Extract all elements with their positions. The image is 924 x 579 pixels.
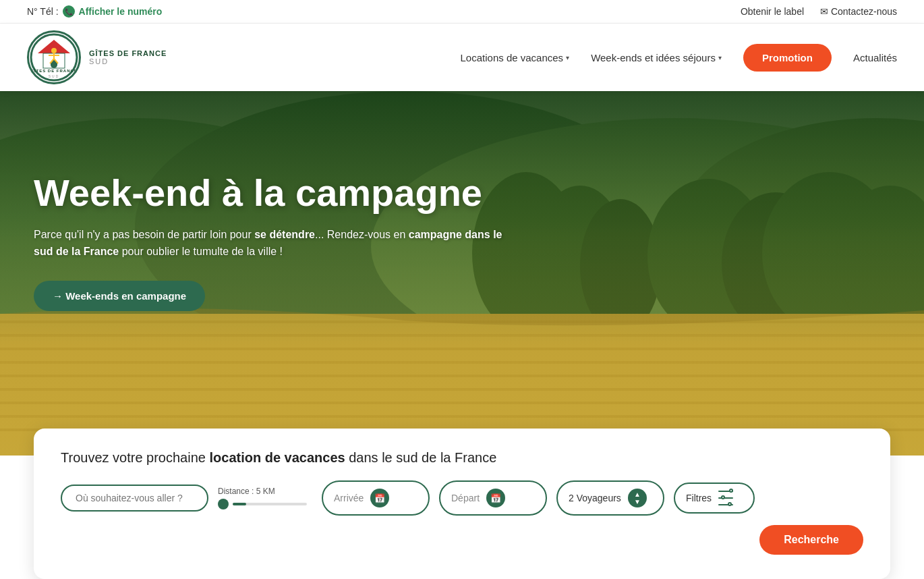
voyageurs-label: 2 Voyageurs bbox=[569, 493, 621, 503]
topbar: N° Tél : 📞 Afficher le numéro Obtenir le… bbox=[0, 0, 924, 24]
search-bar: Trouvez votre prochaine location de vaca… bbox=[34, 429, 890, 579]
depart-label: Départ bbox=[451, 493, 480, 503]
arrivee-label: Arrivée bbox=[334, 493, 364, 503]
logo-svg: GÎTES DE FRANCE SUD bbox=[30, 33, 78, 82]
depart-field[interactable]: Départ 📅 bbox=[439, 480, 547, 516]
phone-link[interactable]: Afficher le numéro bbox=[79, 6, 163, 17]
voyageurs-stepper[interactable]: ▲ ▼ bbox=[628, 489, 647, 507]
mail-icon: ✉ bbox=[820, 6, 831, 17]
slider-handle[interactable] bbox=[218, 499, 229, 509]
calendar-icon-depart: 📅 bbox=[486, 489, 505, 507]
search-button[interactable]: Recherche bbox=[759, 525, 863, 555]
distance-slider[interactable] bbox=[218, 499, 307, 509]
topbar-right: Obtenir le label ✉ Contactez-nous bbox=[741, 6, 897, 17]
nav-actualites[interactable]: Actualités bbox=[853, 52, 897, 63]
nav-locations[interactable]: Locations de vacances ▾ bbox=[461, 52, 570, 63]
hero-content: Week-end à la campagne Parce qu'il n'y a… bbox=[34, 172, 506, 311]
distance-label: Distance : 5 KM bbox=[218, 487, 275, 496]
hero-cta-button[interactable]: → Week-ends en campagne bbox=[34, 281, 205, 311]
nav-weekends[interactable]: Week-ends et idées séjours ▾ bbox=[591, 52, 722, 63]
svg-point-4 bbox=[51, 48, 57, 53]
hero-section: Week-end à la campagne Parce qu'il n'y a… bbox=[0, 91, 924, 456]
header: GÎTES DE FRANCE SUD GÎTES DE FRANCE SUD … bbox=[0, 24, 924, 91]
chevron-down-icon: ▾ bbox=[566, 54, 569, 61]
phone-icon: 📞 bbox=[63, 5, 75, 18]
voyageurs-field[interactable]: 2 Voyageurs ▲ ▼ bbox=[556, 480, 664, 516]
svg-text:SUD: SUD bbox=[49, 74, 60, 78]
main-nav: Locations de vacances ▾ Week-ends et idé… bbox=[461, 44, 897, 72]
slider-fill bbox=[233, 503, 246, 505]
arrivee-field[interactable]: Arrivée 📅 bbox=[322, 480, 430, 516]
promotion-button[interactable]: Promotion bbox=[743, 44, 832, 72]
svg-text:GÎTES DE FRANCE: GÎTES DE FRANCE bbox=[30, 68, 78, 73]
search-fields: Distance : 5 KM Arrivée 📅 Départ 📅 2 Voy… bbox=[61, 480, 863, 555]
location-input[interactable] bbox=[61, 485, 208, 512]
hero-title: Week-end à la campagne bbox=[34, 172, 506, 214]
contact-link[interactable]: ✉ Contactez-nous bbox=[820, 6, 897, 17]
logo-circle: GÎTES DE FRANCE SUD bbox=[27, 30, 81, 84]
distance-wrapper: Distance : 5 KM bbox=[218, 487, 312, 509]
chevron-down-icon: ▾ bbox=[718, 54, 722, 61]
brand-sub: SUD bbox=[89, 57, 167, 65]
filtres-label: Filtres bbox=[686, 493, 712, 503]
brand-text: GÎTES DE FRANCE SUD bbox=[89, 49, 167, 65]
slider-track[interactable] bbox=[233, 503, 307, 505]
topbar-phone: N° Tél : 📞 Afficher le numéro bbox=[27, 5, 162, 18]
calendar-icon: 📅 bbox=[370, 489, 389, 507]
logo-area: GÎTES DE FRANCE SUD GÎTES DE FRANCE SUD bbox=[27, 30, 167, 84]
search-title: Trouvez votre prochaine location de vaca… bbox=[61, 450, 863, 466]
brand-name: GÎTES DE FRANCE bbox=[89, 49, 167, 57]
filtres-icon bbox=[718, 491, 733, 505]
hero-description: Parce qu'il n'y a pas besoin de partir l… bbox=[34, 226, 506, 260]
down-arrow-icon: ▼ bbox=[634, 498, 641, 505]
filtres-field[interactable]: Filtres bbox=[674, 482, 755, 514]
phone-label: N° Tél : bbox=[27, 6, 59, 17]
up-arrow-icon: ▲ bbox=[634, 491, 641, 498]
obtenir-label-link[interactable]: Obtenir le label bbox=[741, 6, 804, 17]
